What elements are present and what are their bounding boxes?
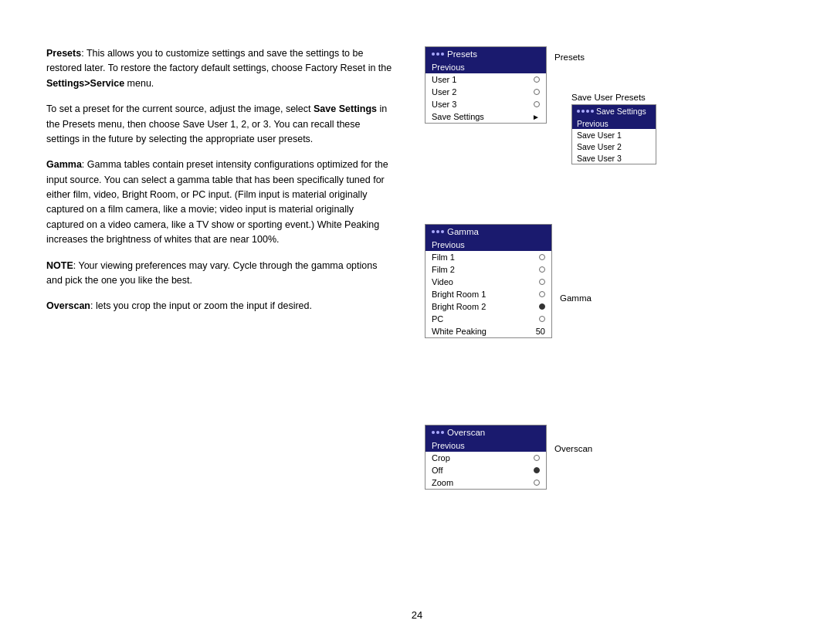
overscan-menu-item-off[interactable]: Off — [425, 464, 546, 476]
overscan-menu-item-zoom[interactable]: Zoom — [425, 476, 546, 489]
overscan-heading: Overscan — [46, 300, 90, 311]
gamma-item-pc-radio — [539, 316, 545, 322]
save-settings-box[interactable]: Save Settings Previous Save User 1 Save … — [571, 104, 656, 164]
gamma-body: : Gamma tables contain preset intensity … — [46, 159, 388, 245]
overscan-item-off-label: Off — [432, 466, 442, 475]
gamma-menu-box[interactable]: Gamma Previous Film 1 Film 2 Video — [425, 224, 552, 338]
settings-service-bold: Settings>Service — [46, 78, 124, 89]
save-settings-user1-label: Save User 1 — [577, 130, 622, 140]
overscan-item-zoom-radio — [534, 480, 540, 486]
overscan-body: : lets you crop the input or zoom the in… — [90, 300, 312, 311]
gamma-item-previous-label: Previous — [432, 240, 465, 249]
presets-body1: : This allows you to customize settings … — [46, 48, 392, 73]
presets-paragraph: Presets: This allows you to customize se… — [46, 46, 394, 91]
overscan-menu-box[interactable]: Overscan Previous Crop Off Zoom — [425, 425, 547, 490]
presets-menu-dots — [432, 53, 444, 56]
save-settings-item-user2[interactable]: Save User 2 — [572, 141, 656, 152]
save-settings-title-label: Save Settings — [596, 107, 646, 116]
save-settings-user2-label: Save User 2 — [577, 142, 622, 151]
presets-heading: Presets — [46, 48, 81, 59]
presets-body2: menu. — [124, 78, 154, 89]
gamma-menu-item-white-peaking[interactable]: White Peaking 50 — [425, 325, 551, 337]
presets-item-user1-radio — [534, 76, 540, 83]
preset-set-paragraph: To set a preset for the current source, … — [46, 102, 394, 147]
save-settings-previous-label: Previous — [577, 119, 609, 128]
overscan-side-label: Overscan — [554, 444, 592, 453]
note-paragraph: NOTE: Your viewing preferences may vary.… — [46, 259, 394, 289]
gamma-item-video-radio — [539, 279, 545, 285]
presets-item-user1-label: User 1 — [432, 75, 456, 84]
gamma-item-bright1-radio — [539, 291, 545, 297]
save-user-presets-section: Save User Presets Save Settings Previous… — [571, 93, 656, 164]
gamma-item-pc-label: PC — [432, 314, 443, 324]
gamma-menu-item-film1[interactable]: Film 1 — [425, 251, 551, 263]
save-settings-user3-label: Save User 3 — [577, 154, 622, 163]
page-number: 24 — [412, 609, 422, 621]
save-settings-item-user3[interactable]: Save User 3 — [572, 152, 656, 164]
gamma-item-video-label: Video — [432, 277, 453, 286]
gamma-menu-item-bright2[interactable]: Bright Room 2 — [425, 300, 551, 313]
presets-menu-box[interactable]: Presets Previous User 1 User 2 User 3 — [425, 46, 547, 124]
gamma-side-label: Gamma — [560, 293, 592, 303]
gamma-menu-title: Gamma — [447, 227, 479, 236]
gamma-menu-item-bright1[interactable]: Bright Room 1 — [425, 288, 551, 300]
overscan-item-off-radio — [534, 467, 540, 473]
gamma-item-film1-radio — [539, 254, 545, 260]
gamma-item-white-peaking-value: 50 — [536, 327, 545, 336]
gamma-item-bright2-radio — [539, 303, 545, 310]
gamma-item-film1-label: Film 1 — [432, 253, 455, 262]
presets-menu-title: Presets — [447, 49, 477, 59]
save-settings-bold: Save Settings — [314, 103, 377, 114]
gamma-item-bright2-label: Bright Room 2 — [432, 302, 486, 311]
overscan-item-zoom-label: Zoom — [432, 478, 453, 487]
gamma-menu-item-pc[interactable]: PC — [425, 313, 551, 325]
overscan-item-crop-radio — [534, 455, 540, 461]
overscan-menu-title: Overscan — [447, 428, 485, 437]
presets-menu-item-user3[interactable]: User 3 — [425, 98, 546, 110]
gamma-menu-title-bar: Gamma — [425, 225, 551, 239]
presets-menu-title-bar: Presets — [425, 47, 546, 61]
save-user-presets-label: Save User Presets — [571, 93, 656, 102]
overscan-menu-container: Overscan Previous Crop Off Zoom O — [425, 425, 547, 490]
overscan-menu-item-previous[interactable]: Previous — [425, 439, 546, 452]
gamma-menu-item-film2[interactable]: Film 2 — [425, 263, 551, 276]
presets-item-previous-label: Previous — [432, 63, 465, 72]
presets-item-save-settings-label: Save Settings — [432, 112, 484, 121]
overscan-menu-dots — [432, 431, 444, 434]
save-settings-title-bar: Save Settings — [572, 105, 656, 117]
overscan-item-crop-label: Crop — [432, 453, 450, 463]
presets-menu-item-user2[interactable]: User 2 — [425, 86, 546, 98]
save-settings-item-user1[interactable]: Save User 1 — [572, 129, 656, 141]
presets-menu-item-user1[interactable]: User 1 — [425, 73, 546, 86]
presets-side-label: Presets — [554, 53, 585, 62]
presets-menu-item-save-settings[interactable]: Save Settings ► — [425, 110, 546, 123]
presets-item-user2-label: User 2 — [432, 87, 456, 97]
gamma-menu-container: Gamma Previous Film 1 Film 2 Video — [425, 224, 552, 338]
gamma-item-film2-label: Film 2 — [432, 265, 455, 274]
note-body: : Your viewing preferences may vary. Cyc… — [46, 260, 377, 286]
overscan-menu-title-bar: Overscan — [425, 425, 546, 439]
save-settings-dots — [577, 110, 594, 113]
gamma-menu-item-video[interactable]: Video — [425, 276, 551, 288]
overscan-menu-item-crop[interactable]: Crop — [425, 452, 546, 464]
presets-menu-item-previous[interactable]: Previous — [425, 61, 546, 73]
note-heading: NOTE — [46, 260, 73, 271]
overscan-item-previous-label: Previous — [432, 441, 465, 450]
overscan-paragraph: Overscan: lets you crop the input or zoo… — [46, 299, 394, 314]
gamma-item-bright1-label: Bright Room 1 — [432, 290, 486, 299]
gamma-item-white-peaking-label: White Peaking — [432, 327, 486, 336]
preset-set-intro: To set a preset for the current source, … — [46, 103, 314, 114]
gamma-item-film2-radio — [539, 266, 545, 273]
presets-item-user3-radio — [534, 101, 540, 107]
gamma-paragraph: Gamma: Gamma tables contain preset inten… — [46, 158, 394, 247]
presets-item-user3-label: User 3 — [432, 100, 456, 109]
gamma-menu-item-previous[interactable]: Previous — [425, 239, 551, 251]
gamma-menu-dots — [432, 230, 444, 233]
presets-item-user2-radio — [534, 89, 540, 95]
gamma-heading: Gamma — [46, 159, 82, 170]
presets-item-save-settings-arrow: ► — [532, 113, 540, 121]
save-settings-item-previous[interactable]: Previous — [572, 117, 656, 129]
presets-menu-container: Presets Previous User 1 User 2 User 3 — [425, 46, 547, 124]
